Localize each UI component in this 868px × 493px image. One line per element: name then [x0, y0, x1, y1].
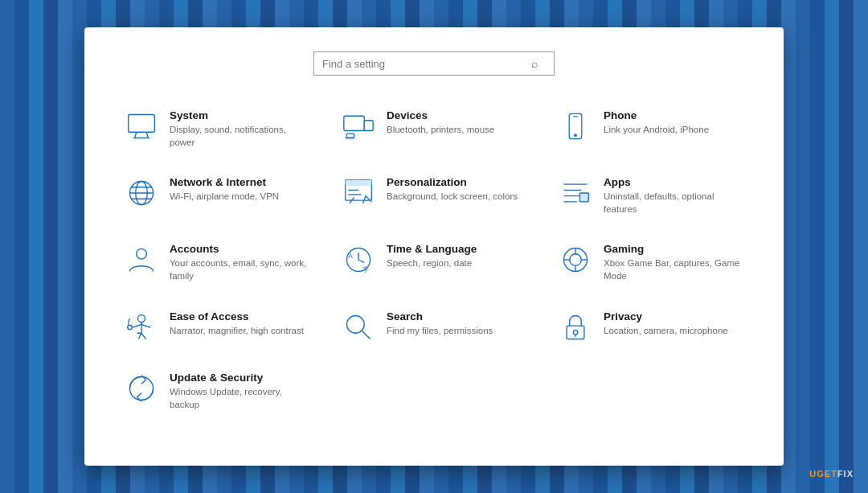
settings-item-gaming[interactable]: Gaming Xbox Game Bar, captures, Game Mod… — [551, 233, 751, 292]
settings-window: ⌕ System Display, sound, notifications, … — [84, 27, 784, 466]
accounts-title: Accounts — [170, 243, 309, 255]
time-icon: A 字 — [342, 243, 375, 277]
ease-title: Ease of Access — [170, 310, 304, 323]
system-title: System — [170, 109, 309, 121]
svg-line-29 — [358, 260, 364, 263]
personalization-title: Personalization — [387, 176, 518, 188]
time-title: Time & Language — [387, 243, 477, 255]
svg-point-43 — [573, 330, 577, 334]
settings-item-update[interactable]: Update & Security Windows Update, recove… — [117, 362, 317, 421]
time-desc: Speech, region, date — [387, 257, 477, 269]
svg-rect-5 — [364, 121, 373, 131]
svg-point-26 — [137, 249, 147, 260]
search-input[interactable] — [322, 58, 531, 70]
settings-item-ease[interactable]: Ease of Access Narrator, magnifier, high… — [117, 301, 317, 354]
network-desc: Wi-Fi, airplane mode, VPN — [170, 190, 279, 203]
settings-item-accounts[interactable]: Accounts Your accounts, email, sync, wor… — [117, 233, 317, 292]
settings-item-phone[interactable]: Phone Link your Android, iPhone — [551, 100, 751, 158]
devices-title: Devices — [387, 109, 494, 121]
search-title: Search — [387, 310, 493, 323]
svg-rect-4 — [344, 116, 364, 130]
svg-rect-0 — [129, 114, 155, 132]
settings-item-system[interactable]: System Display, sound, notifications, po… — [117, 100, 317, 158]
settings-item-privacy[interactable]: Privacy Location, camera, microphone — [551, 301, 751, 354]
accounts-desc: Your accounts, email, sync, work, family — [170, 257, 309, 282]
svg-line-41 — [362, 331, 371, 339]
search-text: Search Find my files, permissions — [387, 310, 493, 337]
apps-icon — [559, 176, 592, 210]
settings-item-search[interactable]: Search Find my files, permissions — [334, 301, 534, 354]
svg-rect-25 — [579, 193, 588, 202]
svg-point-33 — [570, 254, 582, 266]
phone-text: Phone Link your Android, iPhone — [604, 109, 709, 136]
settings-item-apps[interactable]: Apps Uninstall, defaults, optional featu… — [551, 166, 751, 225]
search-desc: Find my files, permissions — [387, 324, 493, 337]
system-text: System Display, sound, notifications, po… — [170, 109, 309, 149]
phone-icon — [559, 109, 592, 143]
svg-point-38 — [137, 314, 145, 322]
ease-text: Ease of Access Narrator, magnifier, high… — [170, 310, 304, 337]
privacy-title: Privacy — [604, 310, 728, 323]
svg-point-40 — [346, 315, 364, 333]
settings-item-devices[interactable]: Devices Bluetooth, printers, mouse — [334, 100, 534, 158]
gaming-desc: Xbox Game Bar, captures, Game Mode — [604, 257, 743, 282]
svg-rect-6 — [346, 134, 354, 138]
personalization-desc: Background, lock screen, colors — [387, 190, 518, 203]
svg-rect-42 — [567, 326, 584, 339]
devices-icon — [342, 109, 375, 143]
update-icon — [125, 372, 158, 405]
search-bar[interactable]: ⌕ — [313, 51, 555, 76]
ease-desc: Narrator, magnifier, high contrast — [170, 324, 304, 337]
settings-item-personalization[interactable]: Personalization Background, lock screen,… — [334, 166, 534, 225]
ease-icon — [125, 310, 158, 344]
settings-item-network[interactable]: Network & Internet Wi-Fi, airplane mode,… — [117, 166, 317, 225]
svg-line-2 — [146, 132, 148, 138]
network-icon — [125, 176, 158, 210]
apps-desc: Uninstall, defaults, optional features — [604, 190, 743, 216]
accounts-icon — [125, 243, 158, 277]
devices-desc: Bluetooth, printers, mouse — [387, 123, 494, 136]
personalization-text: Personalization Background, lock screen,… — [387, 176, 518, 203]
svg-text:A: A — [348, 253, 353, 261]
phone-title: Phone — [604, 109, 709, 121]
apps-text: Apps Uninstall, defaults, optional featu… — [604, 176, 743, 216]
privacy-desc: Location, camera, microphone — [604, 324, 728, 337]
apps-title: Apps — [604, 176, 743, 188]
time-text: Time & Language Speech, region, date — [387, 243, 477, 269]
devices-text: Devices Bluetooth, printers, mouse — [387, 109, 494, 136]
gaming-text: Gaming Xbox Game Bar, captures, Game Mod… — [604, 243, 743, 282]
svg-line-1 — [135, 132, 137, 138]
system-icon — [125, 109, 158, 143]
phone-desc: Link your Android, iPhone — [604, 123, 709, 136]
update-desc: Windows Update, recovery, backup — [170, 385, 309, 411]
update-text: Update & Security Windows Update, recove… — [170, 372, 309, 411]
network-text: Network & Internet Wi-Fi, airplane mode,… — [170, 176, 279, 203]
svg-text:字: 字 — [362, 266, 369, 273]
svg-rect-17 — [346, 180, 372, 186]
privacy-text: Privacy Location, camera, microphone — [604, 310, 728, 337]
privacy-icon — [559, 310, 592, 344]
watermark: UGETFIX — [809, 469, 854, 479]
update-title: Update & Security — [170, 372, 309, 384]
svg-point-10 — [575, 134, 577, 137]
search-bar-container: ⌕ — [313, 51, 555, 76]
search-icon — [342, 310, 375, 344]
network-title: Network & Internet — [170, 176, 279, 188]
accounts-text: Accounts Your accounts, email, sync, wor… — [170, 243, 309, 282]
svg-point-39 — [128, 325, 132, 329]
personalization-icon — [342, 176, 375, 210]
gaming-title: Gaming — [604, 243, 743, 255]
settings-grid: System Display, sound, notifications, po… — [117, 100, 751, 421]
system-desc: Display, sound, notifications, power — [170, 123, 309, 149]
search-icon: ⌕ — [531, 57, 538, 70]
gaming-icon — [559, 243, 592, 277]
settings-item-time[interactable]: A 字 Time & Language Speech, region, date — [334, 233, 534, 292]
